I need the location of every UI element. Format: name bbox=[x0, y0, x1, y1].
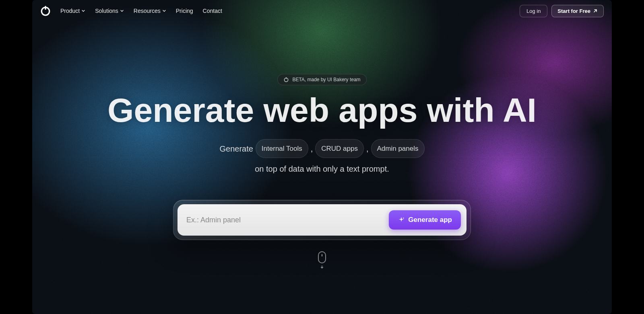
generate-app-button[interactable]: Generate app bbox=[389, 210, 461, 230]
arrow-down-icon bbox=[320, 265, 324, 269]
beta-pill: BETA, made by UI Bakery team bbox=[277, 74, 366, 85]
prompt-container: Generate app bbox=[173, 200, 471, 240]
subline-lead: Generate bbox=[219, 140, 253, 157]
nav-link-label: Pricing bbox=[176, 8, 193, 14]
brand-logo[interactable] bbox=[40, 6, 51, 16]
chevron-down-icon bbox=[81, 9, 85, 13]
prompt-inner: Generate app bbox=[178, 204, 466, 236]
subline-trail: on top of data with only a text prompt. bbox=[255, 160, 389, 177]
navbar: Product Solutions Resources Pricing Cont… bbox=[0, 0, 644, 22]
chip-internal-tools: Internal Tools bbox=[256, 139, 308, 158]
sparkle-icon bbox=[398, 216, 405, 224]
hero-section: BETA, made by UI Bakery team Generate we… bbox=[0, 74, 644, 269]
nav-right: Log in Start for Free bbox=[520, 5, 604, 17]
start-free-button[interactable]: Start for Free bbox=[551, 5, 604, 17]
nav-link-solutions[interactable]: Solutions bbox=[95, 8, 124, 14]
nav-link-contact[interactable]: Contact bbox=[203, 8, 222, 14]
nav-link-label: Resources bbox=[134, 8, 161, 14]
nav-link-resources[interactable]: Resources bbox=[134, 8, 166, 14]
nav-link-product[interactable]: Product bbox=[60, 8, 85, 14]
subline-comma: , bbox=[366, 140, 369, 157]
chevron-down-icon bbox=[162, 9, 166, 13]
nav-link-label: Solutions bbox=[95, 8, 118, 14]
chip-crud-apps: CRUD apps bbox=[315, 139, 364, 158]
chip-admin-panels: Admin panels bbox=[371, 139, 425, 158]
beta-pill-text: BETA, made by UI Bakery team bbox=[292, 77, 360, 82]
nav-link-pricing[interactable]: Pricing bbox=[176, 8, 193, 14]
brand-mini-icon bbox=[283, 77, 289, 82]
mouse-icon bbox=[318, 251, 326, 263]
arrow-up-right-icon bbox=[593, 8, 598, 13]
headline: Generate web apps with AI bbox=[107, 93, 537, 128]
cta-label: Start for Free bbox=[557, 8, 590, 14]
generate-button-label: Generate app bbox=[408, 216, 452, 224]
subline-comma: , bbox=[311, 140, 313, 157]
chevron-down-icon bbox=[120, 9, 124, 13]
nav-link-label: Contact bbox=[203, 8, 222, 14]
nav-link-label: Product bbox=[60, 8, 80, 14]
prompt-input[interactable] bbox=[186, 216, 389, 224]
scroll-indicator bbox=[318, 251, 326, 269]
subline: Generate Internal Tools , CRUD apps , Ad… bbox=[165, 139, 479, 178]
login-button[interactable]: Log in bbox=[520, 5, 547, 17]
nav-links: Product Solutions Resources Pricing Cont… bbox=[60, 8, 222, 14]
brand-logo-icon bbox=[40, 6, 51, 16]
